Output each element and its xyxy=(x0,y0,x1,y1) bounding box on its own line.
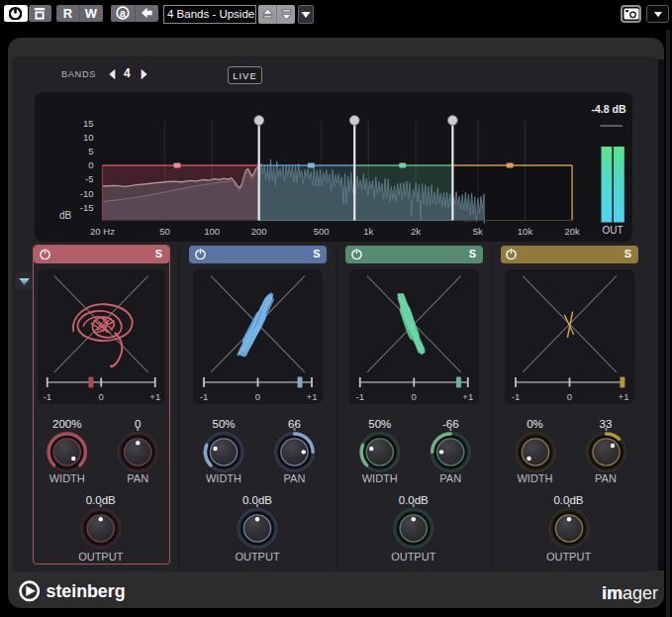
svg-text:+1: +1 xyxy=(462,391,473,402)
svg-text:2k: 2k xyxy=(410,226,420,237)
svg-text:-1: -1 xyxy=(511,391,519,402)
svg-text:-15: -15 xyxy=(79,202,93,213)
svg-text:dB: dB xyxy=(58,210,71,221)
svg-text:100: 100 xyxy=(204,226,220,237)
svg-text:0: 0 xyxy=(255,391,260,402)
svg-text:500: 500 xyxy=(313,226,329,237)
svg-text:1k: 1k xyxy=(363,226,373,237)
svg-text:a: a xyxy=(120,7,126,19)
svg-text:-10: -10 xyxy=(79,188,93,199)
svg-text:+1: +1 xyxy=(307,391,318,402)
svg-text:OUT: OUT xyxy=(602,225,623,236)
svg-text:20k: 20k xyxy=(564,226,580,237)
svg-text:10k: 10k xyxy=(517,226,532,237)
svg-text:-1: -1 xyxy=(200,391,208,402)
svg-text:+1: +1 xyxy=(618,391,628,402)
svg-text:20 Hz: 20 Hz xyxy=(90,226,115,237)
svg-text:5k: 5k xyxy=(472,226,482,237)
svg-text:0: 0 xyxy=(88,159,93,170)
svg-text:5: 5 xyxy=(88,146,93,156)
svg-text:0: 0 xyxy=(566,391,571,402)
svg-text:-1: -1 xyxy=(356,391,364,402)
svg-text:15: 15 xyxy=(82,118,93,129)
svg-text:50: 50 xyxy=(159,226,170,237)
svg-text:10: 10 xyxy=(82,132,93,143)
svg-text:200: 200 xyxy=(250,226,266,237)
svg-text:0: 0 xyxy=(412,391,417,402)
svg-text:-4.8 dB: -4.8 dB xyxy=(591,103,625,115)
svg-text:-5: -5 xyxy=(85,173,93,184)
